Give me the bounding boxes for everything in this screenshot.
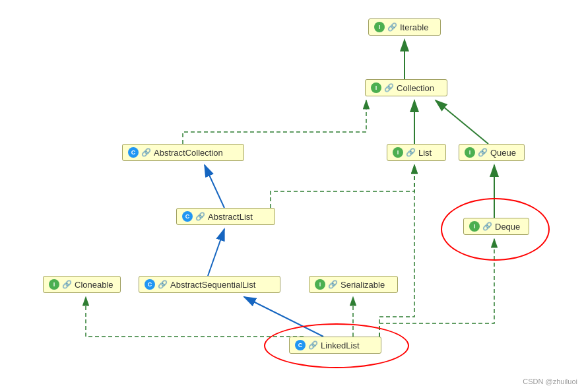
icon-serializable: I xyxy=(315,279,325,290)
link-deque: 🔗 xyxy=(482,222,492,231)
node-queue: I 🔗 Queue xyxy=(459,144,525,161)
icon-abstract-collection: C xyxy=(128,147,139,158)
arrows-svg xyxy=(0,0,584,392)
label-queue: Queue xyxy=(490,148,516,158)
watermark: CSDN @zhuiluoi xyxy=(523,377,577,385)
node-list: I 🔗 List xyxy=(387,144,446,161)
icon-deque: I xyxy=(469,221,480,232)
node-serializable: I 🔗 Serializable xyxy=(309,276,398,293)
label-deque: Deque xyxy=(495,222,520,232)
link-queue: 🔗 xyxy=(478,148,488,157)
icon-queue: I xyxy=(465,147,475,158)
label-serializable: Serializable xyxy=(341,280,385,290)
icon-list: I xyxy=(393,147,403,158)
label-collection: Collection xyxy=(397,83,434,93)
node-abstract-sequential-list: C 🔗 AbstractSequentialList xyxy=(139,276,280,293)
label-abstract-list: AbstractList xyxy=(208,212,253,222)
node-abstract-list: C 🔗 AbstractList xyxy=(176,208,275,225)
svg-line-5 xyxy=(436,100,488,144)
link-linked-list: 🔗 xyxy=(308,341,318,350)
icon-cloneable: I xyxy=(49,279,59,290)
icon-iterable: I xyxy=(374,22,385,32)
icon-collection: I xyxy=(371,82,381,93)
node-cloneable: I 🔗 Cloneable xyxy=(43,276,121,293)
label-abstract-sequential-list: AbstractSequentialList xyxy=(170,280,255,290)
icon-abstract-list: C xyxy=(182,211,193,222)
icon-abstract-sequential-list: C xyxy=(145,279,155,290)
node-iterable: I 🔗 Iterable xyxy=(368,18,441,36)
link-iterable: 🔗 xyxy=(387,22,397,32)
node-linked-list: C 🔗 LinkedList xyxy=(289,337,381,354)
label-iterable: Iterable xyxy=(400,22,428,32)
link-list: 🔗 xyxy=(406,148,416,157)
label-abstract-collection: AbstractCollection xyxy=(154,148,223,158)
svg-line-7 xyxy=(208,229,224,276)
link-abstract-list: 🔗 xyxy=(195,212,205,221)
label-linked-list: LinkedList xyxy=(321,341,360,350)
node-deque: I 🔗 Deque xyxy=(463,218,529,235)
link-collection: 🔗 xyxy=(384,83,394,92)
node-collection: I 🔗 Collection xyxy=(365,79,447,96)
link-cloneable: 🔗 xyxy=(62,280,72,289)
link-abstract-collection: 🔗 xyxy=(141,148,151,157)
link-abstract-sequential-list: 🔗 xyxy=(158,280,168,289)
label-list: List xyxy=(418,148,432,158)
diagram-container: I 🔗 Iterable I 🔗 Collection I 🔗 List I 🔗… xyxy=(0,0,584,392)
node-abstract-collection: C 🔗 AbstractCollection xyxy=(122,144,244,161)
label-cloneable: Cloneable xyxy=(75,280,114,290)
link-serializable: 🔗 xyxy=(328,280,338,289)
svg-line-8 xyxy=(244,297,323,337)
svg-line-6 xyxy=(205,165,224,208)
icon-linked-list: C xyxy=(295,340,306,350)
